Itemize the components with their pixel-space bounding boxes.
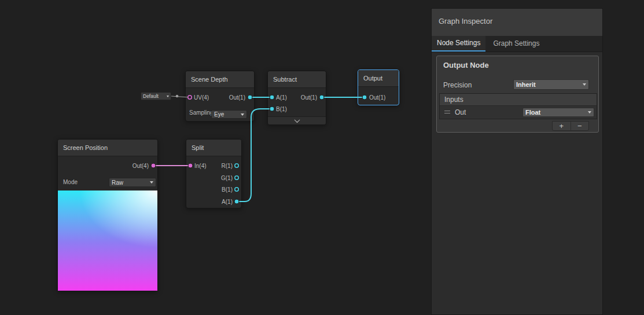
tab-node-settings[interactable]: Node Settings — [432, 36, 485, 52]
node-scene-depth[interactable]: Scene Depth UV(4) Out(1) Sampling Eye — [185, 71, 255, 122]
port-label-b1: B(1) — [276, 106, 287, 113]
node-title: Subtract — [268, 71, 326, 88]
output-node-settings: Output Node Precision Inherit Inputs Out… — [436, 56, 599, 133]
port-label-uv4: UV(4) — [194, 94, 209, 101]
collapse-preview-button[interactable] — [268, 116, 326, 124]
inspector-tab-bar: Node Settings Graph Settings — [432, 36, 602, 52]
drag-handle-icon[interactable] — [444, 111, 450, 113]
port-label-a1: A(1) — [276, 94, 287, 101]
default-value-dot — [176, 95, 179, 98]
mode-dropdown[interactable]: Raw — [109, 178, 156, 187]
port-label-out1: Out(1) — [369, 94, 385, 101]
sampling-dropdown[interactable]: Eye — [211, 110, 247, 119]
chevron-down-icon — [294, 117, 300, 123]
node-title: Screen Position — [58, 140, 157, 156]
settings-title: Output Node — [437, 56, 598, 72]
port-label-b1: B(1) — [222, 186, 233, 193]
node-subtract[interactable]: Subtract A(1) B(1) Out(1) — [267, 71, 326, 125]
port-label-a1: A(1) — [222, 199, 233, 206]
port-label-out4: Out(4) — [133, 163, 149, 170]
port-label-in4: In(4) — [194, 163, 207, 170]
node-title: Output — [358, 70, 399, 87]
inputs-list-footer: + − — [552, 121, 589, 131]
inspector-title[interactable]: Graph Inspector — [432, 9, 602, 36]
shader-graph-canvas[interactable]: Screen Position Out(4) Mode Raw Split In… — [0, 0, 644, 315]
inputs-list: Inputs Out Float — [439, 93, 597, 119]
node-preview-gradient — [58, 191, 157, 291]
wire-split-a-to-subtract-b[interactable] — [237, 109, 272, 202]
dropdown-arrow-icon — [150, 181, 153, 184]
node-title: Scene Depth — [186, 71, 254, 88]
input-row-out[interactable]: Out Float — [440, 106, 597, 119]
uv-default-dropdown[interactable]: Default — [141, 92, 171, 100]
dropdown-arrow-icon — [588, 111, 591, 113]
node-screen-position[interactable]: Screen Position Out(4) Mode Raw — [57, 139, 158, 291]
node-output[interactable]: Output Out(1) — [358, 69, 399, 105]
inputs-header: Inputs — [440, 94, 597, 106]
dropdown-arrow-icon — [583, 83, 586, 86]
sampling-label: Sampling — [189, 109, 211, 116]
node-title: Split — [186, 140, 241, 156]
node-split[interactable]: Split In(4) R(1) G(1) B(1) A(1) — [186, 139, 242, 208]
add-input-button[interactable]: + — [553, 122, 571, 130]
port-label-out1: Out(1) — [229, 94, 245, 101]
port-label-g1: G(1) — [221, 175, 233, 182]
graph-inspector-panel: Graph Inspector Node Settings Graph Sett… — [431, 8, 603, 315]
dropdown-arrow-icon — [167, 96, 169, 97]
input-name: Out — [455, 108, 466, 116]
input-type-dropdown[interactable]: Float — [522, 108, 594, 117]
tab-graph-settings[interactable]: Graph Settings — [488, 36, 544, 52]
precision-label: Precision — [443, 81, 472, 89]
port-label-out1: Out(1) — [301, 94, 317, 101]
remove-input-button[interactable]: − — [571, 122, 589, 130]
dropdown-arrow-icon — [241, 113, 244, 116]
mode-label: Mode — [63, 179, 78, 186]
precision-dropdown[interactable]: Inherit — [513, 79, 589, 90]
port-label-r1: R(1) — [222, 163, 233, 170]
